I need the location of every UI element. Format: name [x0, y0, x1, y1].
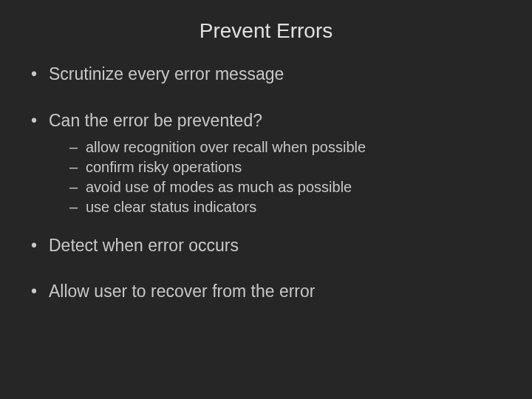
- sub-bullet-text: confirm risky operations: [86, 159, 242, 175]
- sub-bullet-item: confirm risky operations: [69, 157, 502, 177]
- sub-bullet-item: use clear status indicators: [69, 197, 502, 217]
- bullet-text: Can the error be prevented?: [49, 111, 262, 130]
- bullet-text: Scrutinize every error message: [49, 64, 284, 83]
- sub-bullet-text: allow recognition over recall when possi…: [86, 139, 366, 155]
- bullet-item: Allow user to recover from the error: [30, 281, 502, 302]
- sub-bullet-item: avoid use of modes as much as possible: [69, 177, 502, 197]
- slide: Prevent Errors Scrutinize every error me…: [0, 0, 532, 399]
- bullet-text: Detect when error occurs: [49, 236, 239, 255]
- bullet-item: Scrutinize every error message: [30, 64, 502, 85]
- bullet-item: Detect when error occurs: [30, 235, 502, 256]
- bullet-text: Allow user to recover from the error: [49, 282, 315, 301]
- sub-bullet-list: allow recognition over recall when possi…: [49, 137, 502, 217]
- sub-bullet-item: allow recognition over recall when possi…: [69, 137, 502, 157]
- sub-bullet-text: use clear status indicators: [86, 199, 256, 215]
- sub-bullet-text: avoid use of modes as much as possible: [86, 179, 352, 195]
- slide-title: Prevent Errors: [30, 19, 502, 43]
- bullet-item: Can the error be prevented? allow recogn…: [30, 110, 502, 217]
- bullet-list: Scrutinize every error message Can the e…: [30, 64, 502, 302]
